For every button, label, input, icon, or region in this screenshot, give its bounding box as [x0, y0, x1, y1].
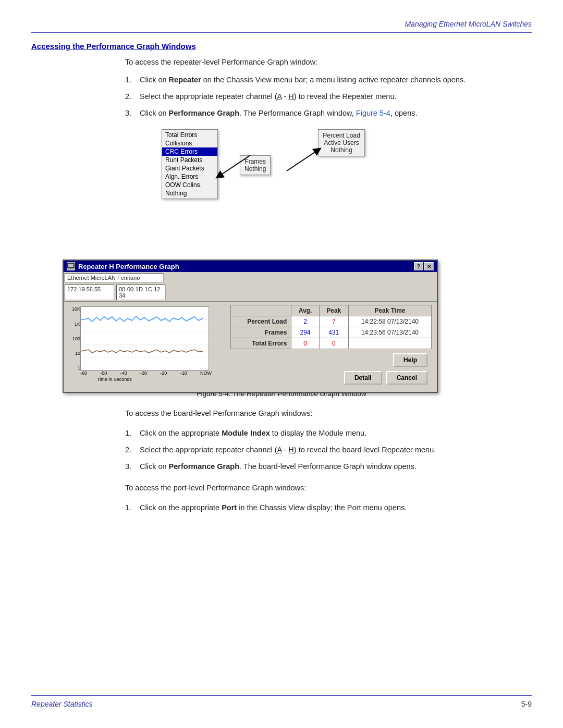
row-percent-load-peak: 7 [319, 316, 348, 327]
board-intro: To access the board-level Performance Gr… [125, 408, 532, 419]
cancel-button[interactable]: Cancel [386, 371, 427, 385]
col-header-peak: Peak [319, 305, 348, 316]
svg-rect-1 [69, 268, 72, 269]
port-step-1-text: Click on the appropriate Port in the Cha… [140, 502, 532, 514]
dropdown-item-total-errors[interactable]: Total Errors [162, 131, 217, 139]
perf-graph-wrapper: 10K 1K 100 10 1 [66, 304, 212, 382]
footer-right: 5-9 [521, 700, 532, 708]
yaxis-10k: 10K [72, 306, 80, 312]
header-title: Managing Ethernet MicroLAN Switches [405, 20, 532, 28]
perf-data-area: Avg. Peak Peak Time Percent Load 2 7 14:… [225, 302, 437, 392]
board-step-1: 1. Click on the appropriate Module Index… [125, 428, 532, 439]
graph-canvas [80, 306, 209, 371]
step-2: 2. Select the appropriate repeater chann… [125, 91, 532, 103]
row-total-errors-peak: 0 [319, 338, 348, 349]
yaxis-labels: 10K 1K 100 10 1 [66, 306, 80, 371]
perf-graph-area: 10K 1K 100 10 1 [64, 302, 225, 392]
xaxis-50: -50 [100, 371, 107, 376]
col-header-avg: Avg. [291, 305, 319, 316]
step-2-num: 2. [125, 91, 140, 103]
perf-window: Repeater H Performance Graph ? ✕ Etherne… [63, 260, 438, 393]
xaxis-40: -40 [120, 371, 127, 376]
xaxis-now: NOW [200, 371, 212, 376]
xaxis-10: -10 [180, 371, 187, 376]
row-total-errors-time [348, 338, 431, 349]
col-header-peak-time: Peak Time [348, 305, 431, 316]
row-total-errors-avg: 0 [291, 338, 319, 349]
perf-ip: 172.19.56.55 [65, 285, 114, 300]
yaxis-100: 100 [72, 336, 80, 341]
dropdown-item-oow-colins[interactable]: OOW Colins. [162, 181, 217, 189]
step-2-text: Select the appropriate repeater channel … [140, 91, 532, 103]
port-steps-list: 1. Click on the appropriate Port in the … [125, 502, 532, 514]
perf-titlebar-left: Repeater H Performance Graph [67, 262, 179, 270]
port-step-1-num: 1. [125, 502, 140, 514]
perf-buttons: Help [230, 349, 432, 371]
close-btn[interactable]: ✕ [424, 262, 434, 270]
dropdown-item-giant-packets[interactable]: Giant Packets [162, 164, 217, 172]
step-1-text: Click on Repeater on the Chassis View me… [140, 75, 532, 86]
active-users-label[interactable]: Active Users [323, 139, 360, 146]
yaxis-1k: 1K [75, 322, 80, 327]
row-percent-load-avg: 2 [291, 316, 319, 327]
row-percent-load-label: Percent Load [231, 316, 291, 327]
perf-data-table: Avg. Peak Peak Time Percent Load 2 7 14:… [230, 305, 432, 349]
figure-container: Total Errors Collisions CRC Errors Runt … [63, 129, 532, 385]
table-header-row: Avg. Peak Peak Time [231, 305, 432, 316]
help-btn[interactable]: ? [414, 262, 423, 270]
row-frames-avg: 294 [291, 327, 319, 338]
yaxis-10: 10 [75, 351, 80, 356]
arrow-right-icon [282, 145, 323, 176]
xaxis-60: -60 [80, 371, 87, 376]
perf-info-row2: 172.19.56.55 00-00-1D-1C-12-34 [64, 283, 167, 301]
xaxis-20: -20 [160, 371, 167, 376]
perf-window-title: Repeater H Performance Graph [78, 263, 179, 270]
board-step-3-text: Click on Performance Graph. The board-le… [140, 461, 532, 473]
dropdown-menu-1: Total Errors Collisions CRC Errors Runt … [162, 129, 218, 199]
xaxis-title: Time in Seconds [97, 377, 132, 382]
table-row: Percent Load 2 7 14:22:58 07/13/2140 [231, 316, 432, 327]
perf-bottom-buttons: Detail Cancel [230, 371, 432, 389]
perf-info-row: Ethernet MicroLAN Fennario 172.19.56.55 … [64, 272, 437, 302]
port-step-1: 1. Click on the appropriate Port in the … [125, 502, 532, 514]
perf-info-left: Ethernet MicroLAN Fennario 172.19.56.55 … [64, 272, 167, 301]
perf-titlebar: Repeater H Performance Graph ? ✕ [64, 261, 437, 272]
step-3-num: 3. [125, 108, 140, 119]
header-divider [31, 32, 532, 33]
dropdown-item-runt-packets[interactable]: Runt Packets [162, 156, 217, 164]
footer-divider [31, 695, 532, 696]
help-button[interactable]: Help [393, 353, 427, 367]
percent-load-nothing[interactable]: Nothing [323, 146, 360, 154]
dropdown-item-crc-errors[interactable]: CRC Errors [162, 147, 217, 156]
detail-button[interactable]: Detail [344, 371, 382, 385]
dropdown-item-algn-errors[interactable]: Algn. Errors [162, 172, 217, 181]
board-step-2-num: 2. [125, 445, 140, 456]
board-step-1-text: Click on the appropriate Module Index to… [140, 428, 532, 439]
perf-titlebar-buttons: ? ✕ [414, 262, 434, 270]
table-row: Frames 294 431 14:23:56 07/13/2140 [231, 327, 432, 338]
step-1-num: 1. [125, 75, 140, 86]
perf-microlan-name: Ethernet MicroLAN Fennario [65, 273, 164, 282]
footer-left: Repeater Statistics [31, 700, 93, 708]
graph-svg [81, 307, 209, 370]
board-step-3-num: 3. [125, 461, 140, 473]
row-percent-load-time: 14:22:58 07/13/2140 [348, 316, 431, 327]
dropdown-item-collisions[interactable]: Collisions [162, 139, 217, 147]
svg-rect-0 [68, 263, 74, 268]
row-frames-time: 14:23:56 07/13/2140 [348, 327, 431, 338]
main-content: Accessing the Performance Graph Windows … [31, 42, 532, 524]
perf-info-spacer [167, 272, 437, 301]
dropdown-item-nothing-1[interactable]: Nothing [162, 189, 217, 198]
table-row: Total Errors 0 0 [231, 338, 432, 349]
steps-list: 1. Click on Repeater on the Chassis View… [125, 75, 532, 119]
perf-mac: 00-00-1D-1C-12-34 [116, 285, 166, 300]
row-frames-label: Frames [231, 327, 291, 338]
intro-text: To access the repeater-level Performance… [125, 58, 532, 66]
monitor-icon [67, 263, 75, 270]
xaxis-labels: -60 -50 -40 -30 -20 -10 NOW [80, 371, 212, 376]
board-step-1-num: 1. [125, 428, 140, 439]
col-header-label [231, 305, 291, 316]
xaxis-30: -30 [140, 371, 147, 376]
row-frames-peak: 431 [319, 327, 348, 338]
perf-body: 10K 1K 100 10 1 [64, 302, 437, 392]
